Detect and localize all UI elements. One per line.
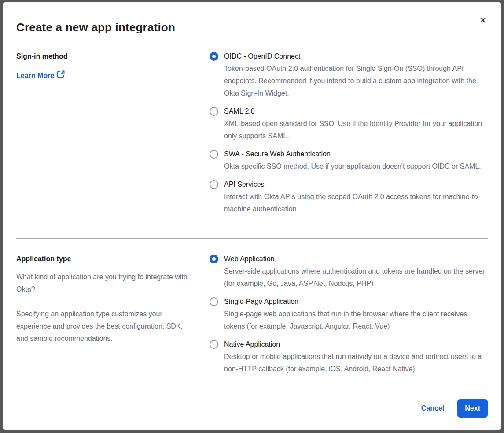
create-app-integration-dialog: ✕ Create a new app integration Sign-in m… [3, 2, 501, 430]
radio-option-api-services[interactable]: API Services Interact with Okta APIs usi… [210, 178, 488, 215]
radio-icon[interactable] [210, 255, 218, 263]
external-link-icon [57, 70, 65, 82]
signin-method-left-column: Sign-in method Learn More [16, 50, 210, 82]
radio-option-label[interactable]: API Services [224, 178, 488, 191]
radio-option-description: Okta-specific SSO method. Use if your ap… [224, 160, 481, 173]
radio-option-description: Server-side applications where authentic… [224, 265, 488, 290]
application-type-question: What kind of application are you trying … [16, 271, 190, 296]
radio-option-native-application[interactable]: Native Application Desktop or mobile app… [210, 338, 488, 375]
application-type-section: Application type What kind of applicatio… [16, 253, 488, 381]
radio-option-swa[interactable]: SWA - Secure Web Authentication Okta-spe… [210, 148, 488, 173]
next-button[interactable]: Next [457, 399, 488, 418]
radio-option-label[interactable]: OIDC - OpenID Connect [224, 50, 488, 63]
close-icon[interactable]: ✕ [477, 15, 489, 27]
radio-option-single-page-application[interactable]: Single-Page Application Single-page web … [210, 296, 488, 333]
radio-option-description: Token-based OAuth 2.0 authentication for… [224, 63, 488, 100]
radio-icon[interactable] [210, 52, 218, 61]
radio-icon[interactable] [210, 180, 218, 189]
application-type-explanation: Specifying an application type customize… [16, 308, 190, 345]
application-type-left-column: Application type What kind of applicatio… [16, 253, 210, 345]
radio-option-description: Single-page web applications that run in… [224, 308, 488, 333]
dialog-footer: Cancel Next [16, 399, 488, 418]
signin-method-options: OIDC - OpenID Connect Token-based OAuth … [210, 50, 488, 221]
radio-icon[interactable] [210, 150, 218, 159]
radio-option-label[interactable]: Single-Page Application [224, 296, 488, 308]
radio-icon[interactable] [210, 297, 218, 306]
radio-option-oidc[interactable]: OIDC - OpenID Connect Token-based OAuth … [210, 50, 488, 100]
learn-more-label: Learn More [16, 70, 54, 82]
radio-icon[interactable] [210, 107, 218, 116]
page-title: Create a new app integration [16, 21, 488, 34]
radio-option-label[interactable]: SWA - Secure Web Authentication [224, 148, 481, 160]
radio-icon[interactable] [210, 340, 218, 349]
cancel-button[interactable]: Cancel [421, 404, 444, 412]
radio-option-label[interactable]: SAML 2.0 [224, 105, 488, 118]
signin-method-section: Sign-in method Learn More OIDC - OpenID … [16, 50, 488, 221]
application-type-heading: Application type [16, 253, 190, 265]
application-type-options: Web Application Server-side applications… [210, 253, 488, 381]
radio-option-web-application[interactable]: Web Application Server-side applications… [210, 253, 488, 290]
radio-option-description: Interact with Okta APIs using the scoped… [224, 191, 488, 215]
radio-option-description: Desktop or mobile applications that run … [224, 351, 488, 375]
signin-method-heading: Sign-in method [16, 50, 190, 63]
radio-option-label[interactable]: Web Application [224, 253, 488, 265]
learn-more-link[interactable]: Learn More [16, 70, 65, 82]
radio-option-saml[interactable]: SAML 2.0 XML-based open standard for SSO… [210, 105, 488, 142]
radio-option-description: XML-based open standard for SSO. Use if … [224, 118, 488, 142]
section-divider [16, 238, 488, 239]
radio-option-label[interactable]: Native Application [224, 338, 488, 351]
